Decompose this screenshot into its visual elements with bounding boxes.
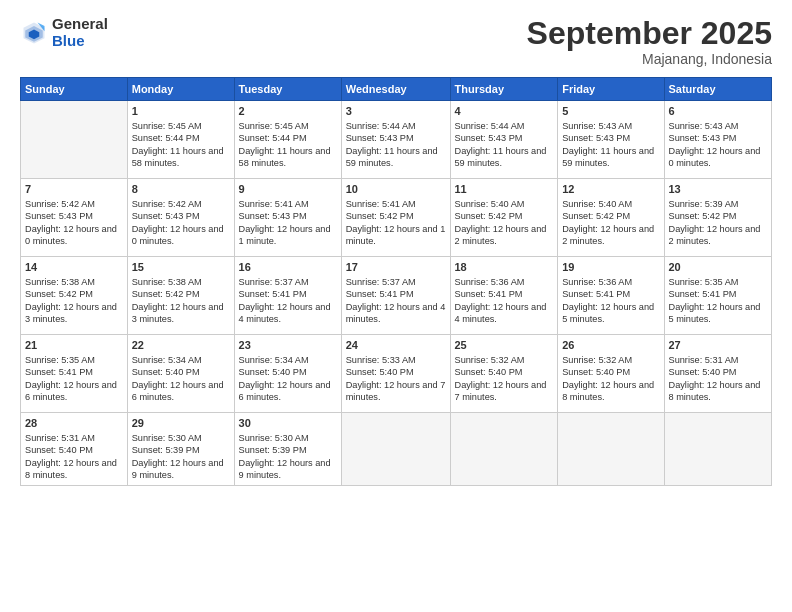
day-number: 21 <box>25 338 123 353</box>
table-row: 12Sunrise: 5:40 AMSunset: 5:42 PMDayligh… <box>558 179 664 257</box>
sunrise-text: Sunrise: 5:41 AM <box>346 199 416 209</box>
daylight-text: Daylight: 12 hours and 1 minute. <box>346 224 446 246</box>
sunset-text: Sunset: 5:41 PM <box>25 367 93 377</box>
day-number: 26 <box>562 338 659 353</box>
month-title: September 2025 <box>527 16 772 51</box>
sunrise-text: Sunrise: 5:42 AM <box>132 199 202 209</box>
sunrise-text: Sunrise: 5:40 AM <box>562 199 632 209</box>
sunrise-text: Sunrise: 5:34 AM <box>132 355 202 365</box>
table-row: 22Sunrise: 5:34 AMSunset: 5:40 PMDayligh… <box>127 335 234 413</box>
table-row: 20Sunrise: 5:35 AMSunset: 5:41 PMDayligh… <box>664 257 772 335</box>
sunrise-text: Sunrise: 5:40 AM <box>455 199 525 209</box>
sunrise-text: Sunrise: 5:36 AM <box>562 277 632 287</box>
table-row: 13Sunrise: 5:39 AMSunset: 5:42 PMDayligh… <box>664 179 772 257</box>
day-number: 25 <box>455 338 554 353</box>
daylight-text: Daylight: 11 hours and 58 minutes. <box>132 146 224 168</box>
col-wednesday: Wednesday <box>341 78 450 101</box>
daylight-text: Daylight: 12 hours and 6 minutes. <box>239 380 331 402</box>
sunset-text: Sunset: 5:41 PM <box>669 289 737 299</box>
sunset-text: Sunset: 5:41 PM <box>346 289 414 299</box>
sunset-text: Sunset: 5:43 PM <box>562 133 630 143</box>
daylight-text: Daylight: 12 hours and 4 minutes. <box>455 302 547 324</box>
table-row: 3Sunrise: 5:44 AMSunset: 5:43 PMDaylight… <box>341 101 450 179</box>
daylight-text: Daylight: 12 hours and 8 minutes. <box>562 380 654 402</box>
sunset-text: Sunset: 5:40 PM <box>669 367 737 377</box>
sunrise-text: Sunrise: 5:31 AM <box>669 355 739 365</box>
daylight-text: Daylight: 12 hours and 3 minutes. <box>132 302 224 324</box>
day-number: 30 <box>239 416 337 431</box>
daylight-text: Daylight: 12 hours and 9 minutes. <box>239 458 331 480</box>
sunrise-text: Sunrise: 5:38 AM <box>25 277 95 287</box>
day-number: 19 <box>562 260 659 275</box>
table-row: 19Sunrise: 5:36 AMSunset: 5:41 PMDayligh… <box>558 257 664 335</box>
sunset-text: Sunset: 5:43 PM <box>346 133 414 143</box>
sunrise-text: Sunrise: 5:36 AM <box>455 277 525 287</box>
sunset-text: Sunset: 5:42 PM <box>346 211 414 221</box>
calendar-table: Sunday Monday Tuesday Wednesday Thursday… <box>20 77 772 486</box>
sunrise-text: Sunrise: 5:43 AM <box>562 121 632 131</box>
sunset-text: Sunset: 5:43 PM <box>239 211 307 221</box>
sunrise-text: Sunrise: 5:44 AM <box>455 121 525 131</box>
sunrise-text: Sunrise: 5:39 AM <box>669 199 739 209</box>
location: Majanang, Indonesia <box>527 51 772 67</box>
table-row: 30Sunrise: 5:30 AMSunset: 5:39 PMDayligh… <box>234 413 341 486</box>
sunset-text: Sunset: 5:44 PM <box>132 133 200 143</box>
day-number: 9 <box>239 182 337 197</box>
table-row <box>21 101 128 179</box>
table-row <box>558 413 664 486</box>
table-row: 21Sunrise: 5:35 AMSunset: 5:41 PMDayligh… <box>21 335 128 413</box>
daylight-text: Daylight: 12 hours and 4 minutes. <box>346 302 446 324</box>
sunset-text: Sunset: 5:42 PM <box>669 211 737 221</box>
sunrise-text: Sunrise: 5:35 AM <box>25 355 95 365</box>
table-row: 10Sunrise: 5:41 AMSunset: 5:42 PMDayligh… <box>341 179 450 257</box>
table-row: 17Sunrise: 5:37 AMSunset: 5:41 PMDayligh… <box>341 257 450 335</box>
sunset-text: Sunset: 5:41 PM <box>562 289 630 299</box>
logo-icon <box>20 19 48 47</box>
daylight-text: Daylight: 12 hours and 2 minutes. <box>562 224 654 246</box>
table-row <box>450 413 558 486</box>
daylight-text: Daylight: 12 hours and 0 minutes. <box>669 146 761 168</box>
day-number: 1 <box>132 104 230 119</box>
title-block: September 2025 Majanang, Indonesia <box>527 16 772 67</box>
col-monday: Monday <box>127 78 234 101</box>
day-number: 29 <box>132 416 230 431</box>
sunset-text: Sunset: 5:40 PM <box>132 367 200 377</box>
sunrise-text: Sunrise: 5:37 AM <box>346 277 416 287</box>
table-row: 15Sunrise: 5:38 AMSunset: 5:42 PMDayligh… <box>127 257 234 335</box>
logo: General Blue <box>20 16 108 49</box>
daylight-text: Daylight: 12 hours and 6 minutes. <box>132 380 224 402</box>
day-number: 14 <box>25 260 123 275</box>
sunrise-text: Sunrise: 5:37 AM <box>239 277 309 287</box>
table-row: 7Sunrise: 5:42 AMSunset: 5:43 PMDaylight… <box>21 179 128 257</box>
day-number: 17 <box>346 260 446 275</box>
table-row <box>341 413 450 486</box>
day-number: 8 <box>132 182 230 197</box>
table-row: 29Sunrise: 5:30 AMSunset: 5:39 PMDayligh… <box>127 413 234 486</box>
sunrise-text: Sunrise: 5:34 AM <box>239 355 309 365</box>
col-saturday: Saturday <box>664 78 772 101</box>
table-row: 9Sunrise: 5:41 AMSunset: 5:43 PMDaylight… <box>234 179 341 257</box>
sunrise-text: Sunrise: 5:38 AM <box>132 277 202 287</box>
day-number: 11 <box>455 182 554 197</box>
table-row: 11Sunrise: 5:40 AMSunset: 5:42 PMDayligh… <box>450 179 558 257</box>
sunset-text: Sunset: 5:40 PM <box>346 367 414 377</box>
day-number: 5 <box>562 104 659 119</box>
day-number: 22 <box>132 338 230 353</box>
logo-blue: Blue <box>52 33 108 50</box>
logo-text: General Blue <box>52 16 108 49</box>
col-sunday: Sunday <box>21 78 128 101</box>
daylight-text: Daylight: 12 hours and 3 minutes. <box>25 302 117 324</box>
sunrise-text: Sunrise: 5:30 AM <box>239 433 309 443</box>
daylight-text: Daylight: 12 hours and 2 minutes. <box>669 224 761 246</box>
sunset-text: Sunset: 5:39 PM <box>132 445 200 455</box>
day-number: 23 <box>239 338 337 353</box>
daylight-text: Daylight: 12 hours and 1 minute. <box>239 224 331 246</box>
table-row: 27Sunrise: 5:31 AMSunset: 5:40 PMDayligh… <box>664 335 772 413</box>
daylight-text: Daylight: 12 hours and 6 minutes. <box>25 380 117 402</box>
col-thursday: Thursday <box>450 78 558 101</box>
daylight-text: Daylight: 12 hours and 2 minutes. <box>455 224 547 246</box>
sunset-text: Sunset: 5:40 PM <box>25 445 93 455</box>
daylight-text: Daylight: 12 hours and 8 minutes. <box>25 458 117 480</box>
sunset-text: Sunset: 5:43 PM <box>455 133 523 143</box>
daylight-text: Daylight: 12 hours and 7 minutes. <box>455 380 547 402</box>
